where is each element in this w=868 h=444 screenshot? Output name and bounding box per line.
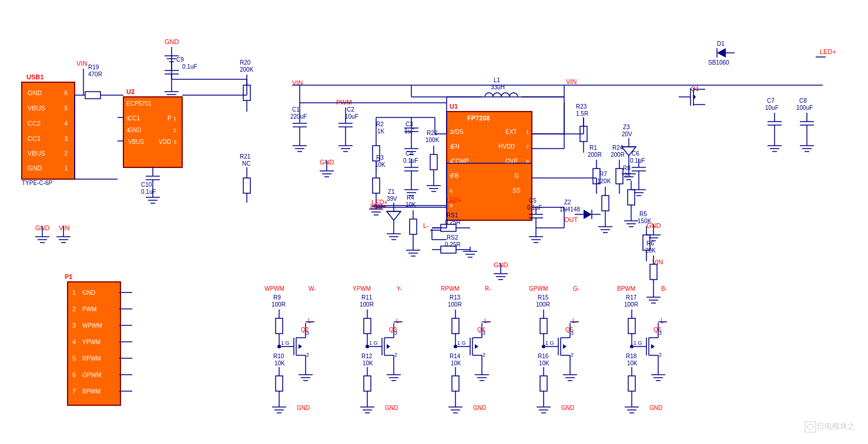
circuit-canvas [0,0,868,444]
schematic-diagram [0,0,868,444]
